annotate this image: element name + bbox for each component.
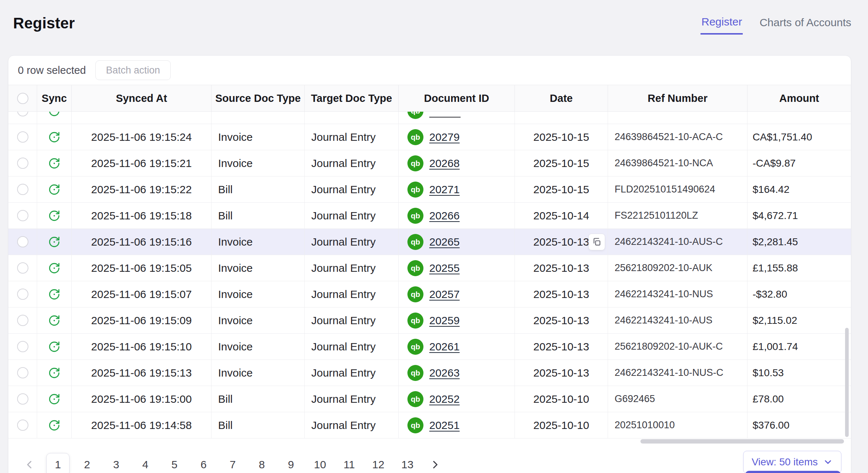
purple-peek-element xyxy=(745,471,841,473)
next-page-button[interactable] xyxy=(425,453,445,473)
amount-cell: £78.00 xyxy=(747,386,851,412)
source-doc-type-cell: Bill xyxy=(212,203,305,228)
document-link[interactable] xyxy=(429,112,461,118)
page-button-13[interactable]: 13 xyxy=(396,453,419,473)
horizontal-scrollbar-thumb[interactable] xyxy=(640,439,844,444)
document-link[interactable]: 20252 xyxy=(429,393,459,405)
page-title: Register xyxy=(13,15,75,32)
column-header-target-doc-type: Target Doc Type xyxy=(305,85,399,111)
sync-status-icon xyxy=(37,157,71,170)
source-doc-type-cell: Bill xyxy=(212,412,305,438)
checkbox-cell xyxy=(8,176,37,202)
amount-cell: £1,155.88 xyxy=(747,255,851,281)
target-doc-type-cell: Journal Entry xyxy=(305,124,399,150)
amount-cell: CA$1,751.40 xyxy=(747,124,851,150)
source-doc-type-cell: Invoice xyxy=(212,334,305,359)
sync-status-icon xyxy=(37,236,71,248)
date-cell: 2025-10-10 xyxy=(515,386,608,412)
row-checkbox[interactable] xyxy=(17,112,28,116)
row-checkbox[interactable] xyxy=(17,210,28,221)
synced-at-cell: 2025-11-06 19:15:16 xyxy=(72,229,212,255)
page-button-10[interactable]: 10 xyxy=(308,453,332,473)
column-header-amount: Amount xyxy=(747,85,851,111)
document-link[interactable]: 20257 xyxy=(429,288,459,301)
date-value: 2025-10-13 xyxy=(533,262,589,274)
batch-action-button[interactable]: Batch action xyxy=(95,60,171,80)
document-link[interactable]: 20255 xyxy=(429,262,459,274)
document-id-cell: qb 20255 xyxy=(399,255,515,281)
row-checkbox[interactable] xyxy=(17,393,28,405)
document-link[interactable]: 20271 xyxy=(429,183,459,196)
ref-number-cell: 20251010010 xyxy=(608,412,747,438)
table-row: qb xyxy=(8,112,851,124)
copy-icon-button[interactable] xyxy=(589,234,605,250)
document-link[interactable]: 20265 xyxy=(429,236,459,248)
row-checkbox[interactable] xyxy=(17,184,28,195)
checkbox-cell xyxy=(8,281,37,307)
page-button-1[interactable]: 1 xyxy=(46,453,70,473)
document-link[interactable]: 20263 xyxy=(429,367,459,379)
row-checkbox[interactable] xyxy=(17,367,28,378)
date-value: 2025-10-15 xyxy=(533,183,589,196)
document-link[interactable]: 20279 xyxy=(429,131,459,143)
date-cell: 2025-10-13 xyxy=(515,334,608,359)
page-button-6[interactable]: 6 xyxy=(192,453,215,473)
select-all-checkbox[interactable] xyxy=(17,93,28,104)
page-button-5[interactable]: 5 xyxy=(163,453,186,473)
ref-number-cell: 25621809202-10-AUK-C xyxy=(608,334,747,359)
row-checkbox[interactable] xyxy=(17,315,28,326)
previous-page-button[interactable] xyxy=(19,453,40,473)
sync-cell xyxy=(37,334,72,359)
document-link[interactable]: 20266 xyxy=(429,210,459,222)
page-button-3[interactable]: 3 xyxy=(104,453,128,473)
pagination-pages: 12345678910111213 xyxy=(46,453,425,473)
date-value: 2025-10-15 xyxy=(533,131,589,143)
source-doc-type-cell: Bill xyxy=(212,386,305,412)
tab-register[interactable]: Register xyxy=(701,12,743,35)
target-doc-type-cell: Journal Entry xyxy=(305,412,399,438)
tab-charts-of-accounts[interactable]: Charts of Accounts xyxy=(759,13,852,34)
page-button-8[interactable]: 8 xyxy=(250,453,273,473)
checkbox-cell xyxy=(8,412,37,438)
document-link[interactable]: 20261 xyxy=(429,341,459,353)
row-checkbox[interactable] xyxy=(17,158,28,169)
row-checkbox[interactable] xyxy=(17,289,28,300)
document-id-cell: qb 20271 xyxy=(399,176,515,202)
page-header: Register Register Charts of Accounts xyxy=(0,0,868,55)
sync-status-icon xyxy=(37,112,71,117)
row-checkbox[interactable] xyxy=(17,131,28,143)
target-doc-type-cell xyxy=(305,112,399,124)
document-link[interactable]: 20268 xyxy=(429,157,459,170)
target-doc-type-cell: Journal Entry xyxy=(305,307,399,333)
view-items-dropdown[interactable]: View: 50 items xyxy=(743,451,841,473)
target-doc-type-cell: Journal Entry xyxy=(305,229,399,255)
amount-cell: $4,672.71 xyxy=(747,203,851,228)
table-toolbar: 0 row selected Batch action xyxy=(8,56,851,85)
document-link[interactable]: 20259 xyxy=(429,314,459,327)
date-value: 2025-10-13 xyxy=(533,236,589,248)
sync-cell xyxy=(37,150,72,176)
page-button-11[interactable]: 11 xyxy=(338,453,361,473)
amount-cell xyxy=(747,112,851,124)
ref-number-cell: G692465 xyxy=(608,386,747,412)
row-checkbox[interactable] xyxy=(17,236,28,247)
target-doc-type-cell: Journal Entry xyxy=(305,360,399,386)
selection-count: 0 row selected xyxy=(18,64,86,76)
table-row: 2025-11-06 19:15:22 Bill Journal Entry q… xyxy=(8,176,851,203)
row-checkbox[interactable] xyxy=(17,262,28,274)
synced-at-cell: 2025-11-06 19:15:18 xyxy=(72,203,212,228)
page-button-12[interactable]: 12 xyxy=(367,453,390,473)
document-link[interactable]: 20251 xyxy=(429,419,459,432)
target-doc-type-cell: Journal Entry xyxy=(305,281,399,307)
table-row: 2025-11-06 19:15:18 Bill Journal Entry q… xyxy=(8,203,851,229)
vertical-scrollbar-thumb[interactable] xyxy=(845,328,849,437)
page-button-9[interactable]: 9 xyxy=(279,453,303,473)
column-header-ref-number: Ref Number xyxy=(608,85,747,111)
page-button-7[interactable]: 7 xyxy=(221,453,244,473)
page-button-2[interactable]: 2 xyxy=(75,453,99,473)
row-checkbox[interactable] xyxy=(17,420,28,431)
row-checkbox[interactable] xyxy=(17,341,28,352)
quickbooks-icon: qb xyxy=(407,339,423,355)
page-button-4[interactable]: 4 xyxy=(134,453,157,473)
sync-cell xyxy=(37,412,72,438)
